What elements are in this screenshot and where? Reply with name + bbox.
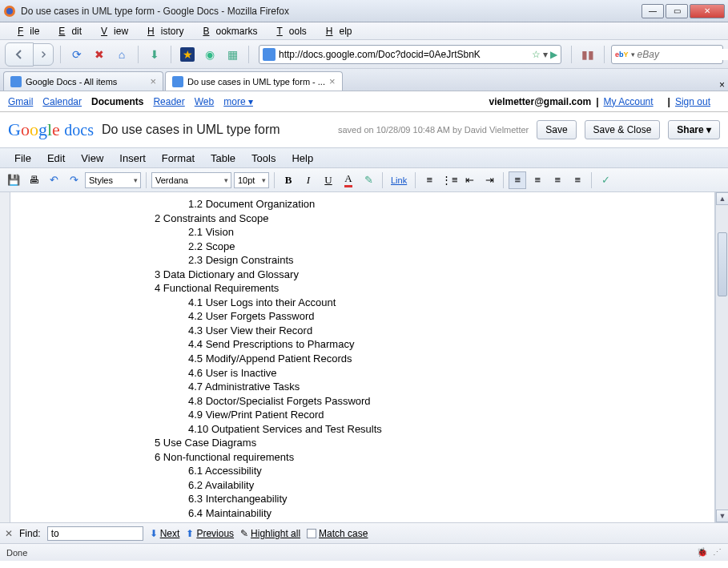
redo-icon[interactable]: ↷: [65, 171, 82, 189]
save-button[interactable]: Save: [537, 120, 576, 139]
calendar-icon[interactable]: ▦: [225, 47, 239, 62]
url-dropdown-icon[interactable]: ▾: [543, 49, 548, 60]
find-input[interactable]: [47, 526, 143, 541]
align-justify-icon[interactable]: ≡: [569, 171, 586, 189]
outline-item[interactable]: 4.8 Doctor/Specialist Forgets Password: [188, 394, 650, 409]
back-button[interactable]: [5, 42, 34, 66]
save-icon[interactable]: 💾: [5, 171, 22, 189]
undo-icon[interactable]: ↶: [45, 171, 62, 189]
outline-item[interactable]: 4.3 User View their Record: [188, 324, 650, 338]
outline-item[interactable]: 4.9 View/Print Patient Record: [188, 408, 650, 422]
outline-item[interactable]: 4.6 User is Inactive: [188, 366, 650, 381]
search-box[interactable]: ebY ▾ 🔍: [611, 45, 723, 64]
outline-item[interactable]: 2 Constraints and Scope: [155, 211, 650, 226]
browser-tab[interactable]: Do use cases in UML type form - ... ×: [165, 71, 343, 91]
library-icon[interactable]: ▮▮: [581, 47, 595, 62]
outline-item[interactable]: 2.2 Scope: [188, 240, 650, 254]
gd-nav-more[interactable]: more ▾: [223, 96, 253, 107]
outline-item[interactable]: 6 Non-functional requirements: [155, 450, 650, 465]
outline-item[interactable]: 4.2 User Forgets Password: [188, 309, 650, 324]
scroll-down-icon[interactable]: ▼: [716, 510, 728, 522]
globe-icon[interactable]: ◉: [203, 47, 217, 62]
docs-menu-edit[interactable]: Edit: [39, 150, 73, 167]
print-icon[interactable]: 🖶: [25, 171, 42, 189]
doc-title[interactable]: Do use cases in UML type form: [102, 123, 280, 137]
firebug-icon[interactable]: 🐞: [697, 547, 708, 558]
url-input[interactable]: [279, 49, 532, 60]
outline-item[interactable]: 6.4 Maintainability: [188, 506, 650, 521]
save-close-button[interactable]: Save & Close: [585, 120, 661, 139]
browser-tab[interactable]: Google Docs - All items ×: [3, 71, 163, 91]
outline-item[interactable]: 1.2 Document Organization: [188, 197, 650, 211]
docs-menu-table[interactable]: Table: [203, 150, 243, 167]
search-engine-dropdown-icon[interactable]: ▾: [631, 50, 635, 58]
size-select[interactable]: 10pt: [234, 172, 269, 188]
close-all-tabs-icon[interactable]: ×: [719, 79, 725, 91]
find-next-button[interactable]: ⬇ Next: [150, 528, 180, 539]
outline-item[interactable]: 6.1 Accessibility: [188, 464, 650, 478]
align-right-icon[interactable]: ≡: [549, 171, 566, 189]
url-bar[interactable]: ☆ ▾ ▶: [259, 45, 561, 64]
ff-menu-view[interactable]: View: [88, 24, 135, 38]
link-icon[interactable]: Link: [388, 171, 410, 189]
ff-menu-history[interactable]: History: [135, 24, 190, 38]
docs-menu-help[interactable]: Help: [284, 150, 321, 167]
indent-icon[interactable]: ⇥: [481, 171, 498, 189]
stop-icon[interactable]: ✖: [92, 47, 107, 62]
download-icon[interactable]: ⬇: [147, 47, 162, 62]
reload-icon[interactable]: ⟳: [70, 47, 84, 62]
numbered-list-icon[interactable]: ≡: [420, 171, 438, 189]
gd-nav-gmail[interactable]: Gmail: [8, 96, 33, 107]
outline-item[interactable]: 6.5 Recoverability: [188, 521, 650, 522]
document-page[interactable]: 1.2 Document Organization2 Constraints a…: [10, 192, 715, 522]
outdent-icon[interactable]: ⇤: [461, 171, 478, 189]
bookmark-page-icon[interactable]: ☆: [532, 49, 541, 60]
font-select[interactable]: Verdana: [151, 172, 231, 188]
outline-item[interactable]: 3 Data Dictionary and Glossary: [155, 268, 650, 282]
underline-icon[interactable]: U: [320, 171, 337, 189]
bulleted-list-icon[interactable]: ⋮≡: [440, 171, 458, 189]
vertical-scrollbar[interactable]: ▲ ▼: [715, 192, 728, 522]
spellcheck-icon[interactable]: ✓: [597, 171, 614, 189]
ff-menu-bookmarks[interactable]: Bookmarks: [190, 24, 263, 38]
bookmark-star-icon[interactable]: ★: [180, 47, 195, 62]
outline-item[interactable]: 6.3 Interchangeability: [188, 492, 650, 506]
minimize-button[interactable]: —: [642, 4, 664, 18]
text-color-icon[interactable]: A: [340, 171, 357, 189]
outline-item[interactable]: 2.3 Design Constraints: [188, 253, 650, 268]
maximize-button[interactable]: ▭: [666, 4, 688, 18]
outline-item[interactable]: 5 Use Case Diagrams: [155, 436, 650, 450]
gd-nav-reader[interactable]: Reader: [153, 96, 184, 107]
docs-menu-file[interactable]: File: [6, 150, 39, 167]
ff-menu-edit[interactable]: Edit: [46, 24, 88, 38]
outline-item[interactable]: 4.5 Modify/Append Patient Records: [188, 352, 650, 366]
docs-menu-insert[interactable]: Insert: [111, 150, 154, 167]
outline-item[interactable]: 4.4 Send Prescriptions to Pharmacy: [188, 337, 650, 352]
gd-nav-documents[interactable]: Documents: [91, 96, 143, 107]
my-account-link[interactable]: My Account: [604, 96, 654, 107]
highlight-icon[interactable]: ✎: [360, 171, 377, 189]
ff-menu-help[interactable]: Help: [313, 24, 359, 38]
close-tab-icon[interactable]: ×: [150, 75, 156, 87]
outline-item[interactable]: 2.1 Vision: [188, 225, 650, 240]
ff-menu-tools[interactable]: Tools: [263, 24, 312, 38]
forward-button[interactable]: [33, 43, 54, 66]
outline-item[interactable]: 4.1 User Logs into their Account: [188, 296, 650, 310]
styles-select[interactable]: Styles: [85, 172, 141, 188]
close-findbar-icon[interactable]: ✕: [5, 528, 13, 539]
docs-menu-tools[interactable]: Tools: [243, 150, 284, 167]
highlight-all-button[interactable]: ✎ Highlight all: [240, 528, 300, 539]
bold-icon[interactable]: B: [280, 171, 297, 189]
outline-item[interactable]: 4 Functional Requirements: [155, 281, 650, 296]
ff-menu-file[interactable]: File: [5, 24, 46, 38]
sign-out-link[interactable]: Sign out: [675, 96, 710, 107]
resize-grip-icon[interactable]: ⋰: [713, 547, 722, 558]
scroll-thumb[interactable]: [718, 232, 727, 296]
share-button[interactable]: Share ▾: [668, 120, 720, 139]
go-icon[interactable]: ▶: [550, 49, 557, 60]
gd-nav-web[interactable]: Web: [195, 96, 214, 107]
find-previous-button[interactable]: ⬆ Previous: [186, 528, 234, 539]
align-center-icon[interactable]: ≡: [529, 171, 546, 189]
outline-item[interactable]: 4.10 Outpatient Services and Test Result…: [188, 422, 650, 437]
home-icon[interactable]: ⌂: [115, 47, 129, 62]
